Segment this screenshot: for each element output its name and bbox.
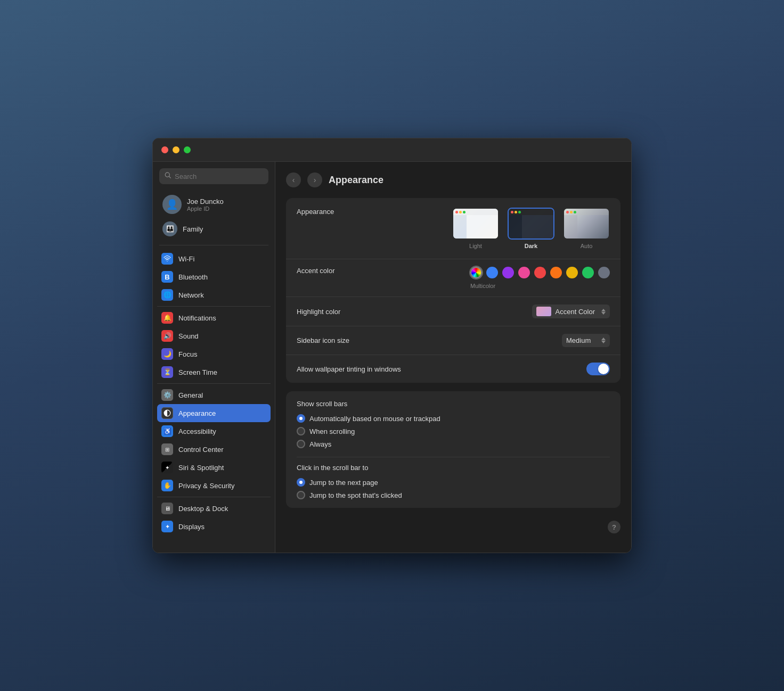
swatch-orange[interactable]	[550, 267, 562, 278]
sidebar-icon-size-value: Medium	[566, 336, 591, 344]
sidebar-divider-3	[157, 383, 271, 384]
click-next-page-option[interactable]: Jump to the next page	[297, 478, 610, 487]
appearance-option-light[interactable]: Light	[452, 208, 499, 249]
traffic-lights	[161, 146, 191, 153]
click-spot-radio	[297, 491, 305, 499]
swatch-yellow[interactable]	[566, 267, 578, 278]
appearance-label-auto: Auto	[581, 243, 593, 249]
appearance-option-dark[interactable]: Dark	[508, 208, 554, 249]
sidebar-item-control-center[interactable]: ⊞ Control Center	[157, 440, 271, 458]
sidebar-icon-size-control: Medium	[562, 334, 610, 347]
toggle-knob	[598, 364, 609, 374]
swatch-pink[interactable]	[518, 267, 530, 278]
highlight-color-row: Highlight color Accent Color	[286, 297, 620, 326]
minimize-button[interactable]	[173, 146, 179, 153]
highlight-color-label: Highlight color	[297, 308, 393, 316]
sidebar-label-wifi: Wi-Fi	[178, 255, 194, 263]
user-profile-item[interactable]: 👤 Joe Duncko Apple ID	[159, 193, 268, 216]
scroll-always-option[interactable]: Always	[297, 440, 610, 448]
scroll-always-radio	[297, 440, 305, 448]
sidebar-label-focus: Focus	[178, 350, 197, 358]
family-avatar: 👪	[162, 221, 177, 236]
click-next-page-label: Jump to the next page	[309, 479, 378, 487]
thumb-auto-content	[564, 215, 609, 238]
bluetooth-icon: B	[161, 271, 173, 283]
user-name: Joe Duncko	[187, 198, 224, 205]
sidebar-item-desktop[interactable]: 🖥 Desktop & Dock	[157, 499, 271, 517]
displays-icon: ✦	[161, 521, 173, 532]
thumb-auto-bar	[564, 209, 609, 215]
sidebar-item-accessibility[interactable]: ♿ Accessibility	[157, 422, 271, 440]
highlight-color-dropdown[interactable]: Accent Color	[532, 305, 610, 318]
thumb-dark-sidebar	[509, 215, 522, 238]
click-scroll-title: Click in the scroll bar to	[297, 464, 610, 472]
sidebar-item-wifi[interactable]: Wi-Fi	[157, 250, 271, 268]
maximize-button[interactable]	[184, 146, 191, 153]
thumb-light-main	[467, 215, 498, 238]
wallpaper-tinting-toggle[interactable]	[586, 363, 610, 375]
thumb-dark-bg	[509, 209, 553, 238]
sidebar-label-general: General	[178, 391, 203, 399]
scroll-scrolling-option[interactable]: When scrolling	[297, 427, 610, 435]
sidebar: 👤 Joe Duncko Apple ID 👪 Family	[153, 162, 275, 553]
click-spot-option[interactable]: Jump to the spot that's clicked	[297, 491, 610, 499]
sidebar-item-privacy[interactable]: ✋ Privacy & Security	[157, 476, 271, 495]
swatch-red[interactable]	[534, 267, 546, 278]
sidebar-icon-size-row: Sidebar icon size Medium	[286, 326, 620, 355]
thumb-light-sidebar	[453, 215, 467, 238]
desktop-icon: 🖥	[161, 503, 173, 514]
sidebar-item-general[interactable]: ⚙️ General	[157, 386, 271, 404]
content-header: ‹ › Appearance	[286, 172, 620, 187]
screen-time-icon: ⏳	[161, 366, 173, 378]
sidebar-item-notifications[interactable]: 🔔 Notifications	[157, 309, 271, 327]
thumb-auto-sidebar	[564, 215, 577, 238]
thumb-auto-main	[577, 215, 609, 238]
thumb-dot-min	[459, 211, 462, 213]
sidebar-item-appearance[interactable]: Appearance	[157, 404, 271, 422]
sidebar-icon-size-dropdown[interactable]: Medium	[562, 334, 610, 347]
scroll-scrolling-radio	[297, 427, 305, 435]
sidebar-item-siri[interactable]: ✦ Siri & Spotlight	[157, 458, 271, 476]
accent-color-label: Accent color	[297, 267, 393, 275]
search-bar[interactable]	[159, 168, 268, 184]
sidebar-item-screen-time[interactable]: ⏳ Screen Time	[157, 363, 271, 381]
swatch-purple[interactable]	[502, 267, 514, 278]
thumb-dot-min-a	[570, 211, 573, 213]
back-button[interactable]: ‹	[286, 172, 301, 187]
appearance-icon	[161, 407, 173, 419]
sidebar-item-focus[interactable]: 🌙 Focus	[157, 345, 271, 363]
sidebar-item-sound[interactable]: 🔊 Sound	[157, 327, 271, 345]
thumb-dot-min-d	[514, 211, 517, 213]
thumb-light-bar	[453, 209, 498, 215]
scroll-auto-option[interactable]: Automatically based on mouse or trackpad	[297, 414, 610, 423]
thumb-dot-close-a	[566, 211, 569, 213]
help-button[interactable]: ?	[608, 521, 620, 533]
sidebar-divider-4	[157, 497, 271, 497]
sidebar-label-sound: Sound	[178, 332, 199, 340]
highlight-stepper	[601, 309, 606, 315]
sidebar-label-screen-time: Screen Time	[178, 368, 217, 376]
swatch-blue[interactable]	[486, 267, 498, 278]
scroll-scrolling-label: When scrolling	[309, 427, 355, 435]
sidebar-label-displays: Displays	[178, 523, 205, 531]
thumb-light-content	[453, 215, 498, 238]
swatch-green[interactable]	[582, 267, 594, 278]
thumb-dot-max-d	[518, 211, 521, 213]
appearance-options-container: Light	[452, 208, 610, 249]
forward-button[interactable]: ›	[307, 172, 322, 187]
highlight-preview	[536, 307, 551, 316]
sidebar-item-network[interactable]: 🌐 Network	[157, 286, 271, 304]
scroll-bars-options: Automatically based on mouse or trackpad…	[297, 414, 610, 448]
close-button[interactable]	[161, 146, 168, 153]
thumb-dot-max	[463, 211, 466, 213]
search-input[interactable]	[175, 172, 263, 180]
swatch-multicolor[interactable]	[470, 267, 482, 278]
swatch-graphite[interactable]	[598, 267, 610, 278]
privacy-icon: ✋	[161, 480, 173, 491]
appearance-option-auto[interactable]: Auto	[563, 208, 610, 249]
sidebar-item-displays[interactable]: ✦ Displays	[157, 517, 271, 536]
sidebar-item-bluetooth[interactable]: B Bluetooth	[157, 268, 271, 286]
search-icon	[165, 171, 172, 181]
focus-icon: 🌙	[161, 348, 173, 360]
family-item[interactable]: 👪 Family	[159, 219, 268, 238]
